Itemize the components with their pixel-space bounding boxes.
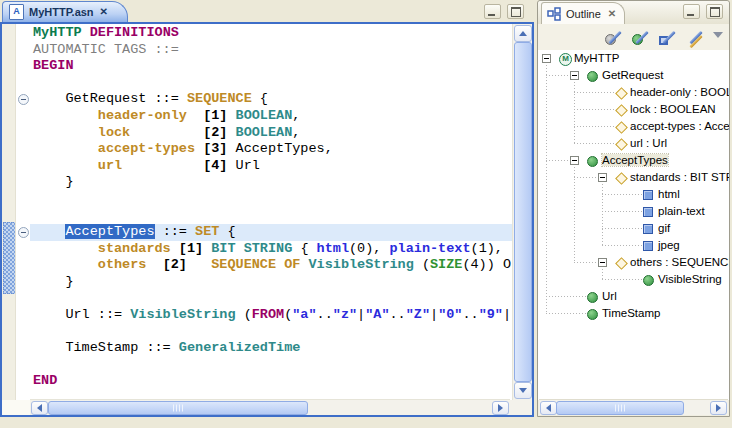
code-line[interactable]: END <box>33 373 513 390</box>
outline-horizontal-scrollbar[interactable] <box>539 399 728 415</box>
tree-item-timestamp[interactable]: TimeStamp <box>538 305 729 322</box>
scrollbar-thumb[interactable] <box>514 42 532 382</box>
code-token: [4] <box>203 158 227 173</box>
code-line[interactable]: TimeStamp ::= GeneralizedTime <box>33 340 513 357</box>
hide-gray-circle-filter-button[interactable] <box>603 28 623 46</box>
tree-expander-minus-icon[interactable] <box>570 71 579 80</box>
close-icon[interactable]: ✕ <box>608 9 616 19</box>
code-line[interactable]: standards [1] BIT STRING { html(0), plai… <box>33 241 513 258</box>
scroll-right-button[interactable] <box>492 401 509 415</box>
minimize-button[interactable] <box>683 4 700 19</box>
code-line[interactable]: Url ::= VisibleString (FROM("a".."z"|"A"… <box>33 307 513 324</box>
code-line[interactable] <box>33 191 513 208</box>
collapse-minus-icon[interactable] <box>18 227 29 238</box>
code-line[interactable]: header-only [1] BOOLEAN, <box>33 108 513 125</box>
folding-margin[interactable] <box>15 24 31 400</box>
hide-green-circle-filter-button[interactable] <box>630 28 650 46</box>
code-token: BEGIN <box>33 58 74 73</box>
editor-horizontal-scrollbar[interactable] <box>30 399 510 415</box>
tree-item-getrequest[interactable]: GetRequest <box>538 67 729 84</box>
code-text[interactable]: MyHTTP DEFINITIONSAUTOMATIC TAGS ::=BEGI… <box>30 24 513 390</box>
code-token: FROM <box>252 307 284 322</box>
tree-item-jpeg[interactable]: jpeg <box>538 237 729 254</box>
code-token: ( <box>414 257 430 272</box>
tree-item-plain-text[interactable]: plain-text <box>538 203 729 220</box>
scroll-right-button[interactable] <box>710 401 727 415</box>
scroll-left-button[interactable] <box>540 401 557 415</box>
tree-item-label: header-only : BOOLEAN <box>630 86 729 98</box>
tree-connector-line <box>546 313 587 314</box>
hide-blue-square-filter-button[interactable] <box>657 28 677 46</box>
tree-item-header-only[interactable]: header-only : BOOLEAN <box>538 84 729 101</box>
field-icon <box>615 257 628 270</box>
outline-view-tab[interactable]: Outline ✕ <box>541 2 625 24</box>
code-token: GetRequest ::= <box>33 91 187 106</box>
code-line[interactable]: url [4] Url <box>33 158 513 175</box>
code-token: | <box>357 307 365 322</box>
tree-expander-minus-icon[interactable] <box>570 156 579 165</box>
code-line[interactable]: } <box>33 174 513 191</box>
tree-item-label: AcceptTypes <box>602 154 668 166</box>
code-line[interactable]: others [2] SEQUENCE OF VisibleString (SI… <box>33 257 513 274</box>
tree-item-url[interactable]: Url <box>538 288 729 305</box>
code-line[interactable]: AUTOMATIC TAGS ::= <box>33 42 513 59</box>
scroll-up-button[interactable] <box>514 25 532 42</box>
tree-item-lock[interactable]: lock : BOOLEAN <box>538 101 729 118</box>
view-menu-dropdown-icon[interactable] <box>713 32 723 43</box>
tree-item-html[interactable]: html <box>538 186 729 203</box>
code-line[interactable] <box>33 208 513 225</box>
code-line[interactable]: BEGIN <box>33 58 513 75</box>
tree-item-others[interactable]: others : SEQUENCE OF <box>538 254 729 271</box>
maximize-button[interactable] <box>507 4 524 19</box>
tree-expander-minus-icon[interactable] <box>598 258 607 267</box>
code-token: plain-text <box>390 241 471 256</box>
code-line[interactable] <box>33 357 513 374</box>
workbench: { "window": { "background": "#ECE9D8" },… <box>0 0 732 428</box>
tree-expander-minus-icon[interactable] <box>542 54 551 63</box>
code-token: SEQUENCE <box>187 91 252 106</box>
code-line[interactable] <box>33 324 513 341</box>
tree-item-gif[interactable]: gif <box>538 220 729 237</box>
tree-item-label: jpeg <box>658 239 680 251</box>
code-token: SIZE <box>430 257 462 272</box>
code-line[interactable]: MyHTTP DEFINITIONS <box>33 25 513 42</box>
code-token: END <box>33 373 57 388</box>
code-editor[interactable]: MyHTTP DEFINITIONSAUTOMATIC TAGS ::=BEGI… <box>30 24 513 400</box>
code-line[interactable]: GetRequest ::= SEQUENCE { <box>33 91 513 108</box>
code-line[interactable]: AcceptTypes ::= SET { <box>33 224 513 241</box>
code-token <box>122 158 203 173</box>
hide-gold-slash-filter-button[interactable] <box>684 28 704 46</box>
tree-item-url[interactable]: url : Url <box>538 135 729 152</box>
tree-expander-minus-icon[interactable] <box>598 173 607 182</box>
maximize-button[interactable] <box>706 4 723 19</box>
code-line[interactable]: } <box>33 274 513 291</box>
tree-item-label: accept-types : AcceptTypes <box>630 120 729 132</box>
scrollbar-thumb[interactable] <box>48 401 308 415</box>
annotation-ruler[interactable] <box>2 24 15 400</box>
code-line[interactable]: accept-types [3] AcceptTypes, <box>33 141 513 158</box>
editor-vertical-scrollbar[interactable] <box>512 24 532 400</box>
tree-item-visiblestring[interactable]: VisibleString <box>538 271 729 288</box>
tree-item-myhttp[interactable]: MMyHTTP <box>538 50 729 67</box>
outline-tree[interactable]: MMyHTTPGetRequestheader-only : BOOLEANlo… <box>538 50 729 400</box>
collapse-minus-icon[interactable] <box>18 94 29 105</box>
editor-tab-myhttp[interactable]: A MyHTTP.asn ✕ <box>2 1 128 22</box>
code-line[interactable] <box>33 291 513 308</box>
minimize-button[interactable] <box>484 4 501 19</box>
code-token: } <box>33 174 74 189</box>
tree-item-standards[interactable]: standards : BIT STRING <box>538 169 729 186</box>
tree-item-accepttypes[interactable]: AcceptTypes <box>538 152 729 169</box>
code-token: VisibleString <box>130 307 235 322</box>
tree-item-accept-types[interactable]: accept-types : AcceptTypes <box>538 118 729 135</box>
scroll-down-button[interactable] <box>514 382 532 399</box>
code-token: others <box>98 257 147 272</box>
scroll-left-button[interactable] <box>31 401 48 415</box>
close-icon[interactable]: ✕ <box>100 7 108 17</box>
code-line[interactable]: lock [2] BOOLEAN, <box>33 125 513 142</box>
code-token: Url ::= <box>33 307 130 322</box>
code-token <box>33 241 98 256</box>
code-line[interactable] <box>33 75 513 92</box>
code-token <box>195 141 203 156</box>
scrollbar-thumb[interactable] <box>556 401 684 415</box>
code-token: ( <box>236 307 252 322</box>
